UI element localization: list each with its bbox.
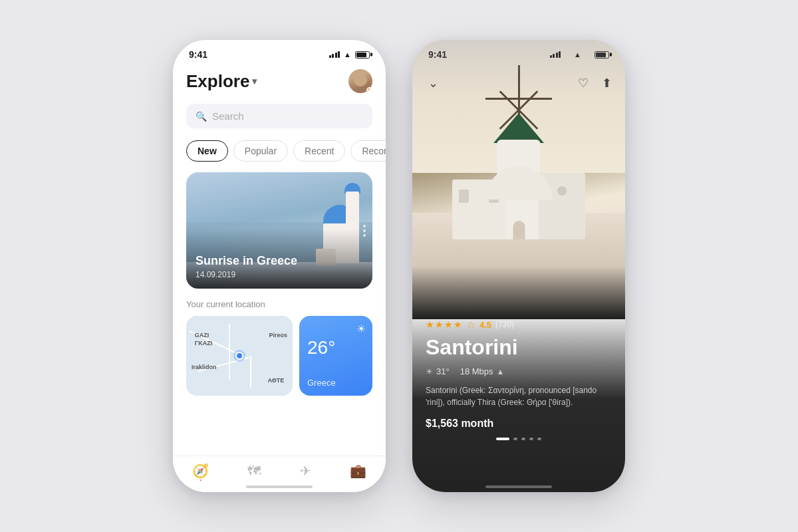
search-icon: 🔍 [196,111,207,122]
wifi-icon: ▲ [344,51,351,59]
action-buttons-row: ⌄ ♡ ⬆ [412,73,625,93]
header-left: Explore ▾ [186,64,372,104]
top-actions: ▲ [550,51,609,59]
speed-value: 18 Mbps [460,366,493,376]
speed-info: 18 Mbps ▲ [460,366,505,376]
page-dot-5[interactable] [537,438,541,440]
map-icon: 🗺 [247,464,261,479]
explore-label: Explore [186,71,249,92]
status-bar-right: 9:41 ▲ [412,40,625,64]
page-dot-2[interactable] [513,438,517,440]
compass-icon: 🧭 [192,463,209,479]
weather-temp: 26° [307,337,364,358]
tab-recent[interactable]: Recent [293,140,345,162]
weather-widget[interactable]: ☀ 26° Greece [299,316,372,396]
briefcase-icon: 💼 [350,463,366,479]
dot1 [363,225,366,227]
avatar-notification-dot [366,87,372,93]
arch-window [557,186,567,196]
search-bar[interactable]: 🔍 Search [186,104,372,128]
nav-item-flights[interactable]: ✈ [300,463,311,479]
nav-item-trips[interactable]: 💼 [350,463,366,479]
sun-icon: ☀ [356,323,366,335]
nav-item-map[interactable]: 🗺 [247,464,261,479]
map-bg: GAZI ΓΚΑΖΙ Pireos Iraklidon ΑΘΤΕ [186,316,293,396]
avatar[interactable] [348,69,372,93]
stars-icon: ★★★★ [426,319,463,330]
home-indicator-right [485,485,552,488]
temp-info: ☀ 31° [426,366,450,376]
home-indicator-left [246,485,313,488]
battery-icon [355,51,370,59]
search-input[interactable]: Search [212,110,244,122]
info-row: ☀ 31° 18 Mbps ▲ [426,366,612,376]
right-phone: 9:41 ▲ ⌄ ♡ ⬆ ★★★★ ☆ [412,40,625,492]
status-time-left: 9:41 [189,49,207,60]
card-dots-menu[interactable] [363,225,366,237]
wifi-small-icon: ▲ [497,367,505,376]
window1 [459,190,469,203]
flight-icon: ✈ [300,463,311,479]
signal-icon-right [550,51,561,58]
map-widget[interactable]: GAZI ΓΚΑΖΙ Pireos Iraklidon ΑΘΤΕ [186,316,293,396]
tab-popular[interactable]: Popular [233,140,288,162]
weather-location: Greece [307,378,364,388]
dot3 [363,234,366,237]
left-phone: 9:41 ▲ Explore ▾ [173,40,386,492]
featured-overlay: Sunrise in Greece 14.09.2019 [186,245,372,289]
share-button[interactable]: ⬆ [602,73,612,93]
chevron-down-icon[interactable]: ▾ [252,76,257,86]
status-icons-left: ▲ [329,51,370,59]
windmill-door [513,221,525,239]
tab-new[interactable]: New [186,140,228,162]
page-dot-1[interactable] [496,438,509,440]
rating-count: (720) [495,320,514,329]
rating-row: ★★★★ ☆ 4.5 (720) [426,319,612,330]
battery-icon-right [595,51,609,59]
status-time-right: 9:41 [428,49,447,60]
featured-date: 14.09.2019 [196,270,363,279]
description-text: Santorini (Greek: Σαντορίνη, pronounced … [426,384,612,408]
price-text: $1,563 month [426,418,612,430]
filter-tabs: New Popular Recent Recommended [186,140,372,162]
favorite-button[interactable]: ♡ [578,73,589,93]
sun-small-icon: ☀ [426,367,433,376]
featured-title: Sunrise in Greece [196,254,363,268]
half-star-icon: ☆ [467,319,475,330]
phones-container: 9:41 ▲ Explore ▾ [173,40,625,492]
windmill-container [446,40,592,239]
windmill-cap [493,113,544,143]
arch [485,166,552,200]
signal-icon [329,51,340,58]
dot2 [363,229,366,232]
tab-recommended[interactable]: Recommended [350,140,386,162]
explore-title[interactable]: Explore ▾ [186,71,257,92]
page-dot-4[interactable] [529,438,533,440]
detail-content: ★★★★ ☆ 4.5 (720) Santorini ☀ 31° 18 Mbps… [412,306,625,492]
featured-card[interactable]: Sunrise in Greece 14.09.2019 [186,172,372,289]
status-bar-left: 9:41 ▲ [173,40,386,64]
place-name: Santorini [426,335,612,360]
map-pin [235,352,243,360]
wifi-icon-right: ▲ [574,51,581,59]
page-dot-3[interactable] [521,438,525,440]
location-section-label: Your current location [186,299,372,309]
right-actions: ♡ ⬆ [578,73,612,93]
back-button[interactable]: ⌄ [426,73,441,93]
page-dots [426,438,612,440]
temp-value: 31° [436,366,450,376]
location-row: GAZI ΓΚΑΖΙ Pireos Iraklidon ΑΘΤΕ ☀ 26° G… [186,316,372,396]
rating-value: 4.5 [479,320,491,330]
nav-item-explore[interactable]: 🧭 [192,463,209,479]
